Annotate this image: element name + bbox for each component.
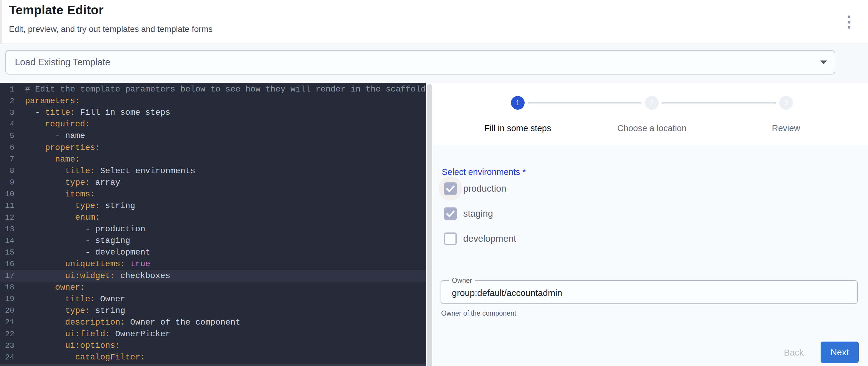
line-code[interactable]: type: string — [14, 306, 125, 315]
checkbox-label[interactable]: development — [463, 233, 516, 244]
step-connector — [662, 102, 776, 103]
step-connector — [528, 102, 642, 103]
editor-line[interactable]: 19 title: Owner — [0, 293, 426, 305]
line-code[interactable]: - name — [14, 131, 85, 141]
line-code[interactable]: ui:options: — [14, 341, 120, 350]
editor-line[interactable]: 1# Edit the template parameters below to… — [0, 84, 426, 95]
editor-line[interactable]: 2parameters: — [0, 95, 426, 107]
environment-checkbox-row[interactable]: staging — [433, 201, 642, 226]
line-code[interactable]: type: string — [14, 201, 135, 210]
line-code[interactable]: title: Owner — [14, 295, 125, 304]
line-code[interactable]: name: — [14, 155, 80, 164]
editor-line[interactable]: 11 type: string — [0, 200, 426, 212]
editor-line[interactable]: 9 type: array — [0, 177, 426, 188]
line-number: 2 — [0, 97, 14, 105]
editor-line[interactable]: 21 description: Owner of the component — [0, 316, 426, 328]
stepper: 1Fill in some steps2Choose a location3Re… — [433, 83, 868, 146]
line-number: 12 — [0, 213, 14, 222]
line-number: 16 — [0, 260, 14, 269]
line-code[interactable]: owner: — [14, 283, 85, 292]
line-number: 5 — [0, 131, 14, 141]
line-number: 3 — [0, 108, 14, 117]
checkbox-checked[interactable] — [444, 208, 457, 220]
step-label: Review — [733, 123, 840, 133]
line-number: 8 — [0, 166, 14, 175]
line-code[interactable]: catalogFilter: — [14, 353, 145, 362]
back-button[interactable]: Back — [774, 341, 813, 363]
line-number: 9 — [0, 178, 14, 187]
line-number: 4 — [0, 120, 14, 129]
line-code[interactable]: title: Select environments — [14, 166, 195, 176]
line-number: 6 — [0, 143, 14, 152]
panel-scrollbar[interactable] — [427, 84, 432, 366]
editor-line[interactable]: 6 properties: — [0, 142, 426, 153]
editor-line[interactable]: 14 - staging — [0, 235, 426, 246]
editor-line[interactable]: 23 ui:options: — [0, 340, 426, 352]
editor-line[interactable]: 16 uniqueItems: true — [0, 258, 426, 270]
window-edge-scrollbar — [0, 0, 2, 43]
line-code[interactable]: items: — [14, 189, 95, 199]
editor-horizontal-scrollbar[interactable] — [0, 364, 426, 366]
load-template-placeholder: Load Existing Template — [15, 57, 110, 68]
line-number: 1 — [0, 85, 14, 94]
line-number: 23 — [0, 341, 14, 350]
line-code[interactable]: type: array — [14, 178, 120, 187]
editor-line[interactable]: 8 title: Select environments — [0, 165, 426, 177]
line-code[interactable]: required: — [14, 120, 90, 129]
editor-line[interactable]: 12 enum: — [0, 212, 426, 223]
line-number: 15 — [0, 248, 14, 257]
editor-line[interactable]: 4 required: — [0, 118, 426, 130]
editor-line[interactable]: 17 ui:widget: checkboxes — [0, 270, 426, 282]
line-number: 17 — [0, 271, 14, 280]
page-subtitle: Edit, preview, and try out templates and… — [9, 25, 213, 34]
page-title: Template Editor — [9, 3, 103, 17]
line-code[interactable]: - staging — [14, 236, 130, 245]
line-code[interactable]: # Edit the template parameters below to … — [14, 85, 426, 94]
more-options-icon[interactable] — [845, 15, 853, 29]
line-code[interactable]: - development — [14, 248, 150, 257]
editor-line[interactable]: 22 ui:field: OwnerPicker — [0, 328, 426, 340]
line-code[interactable]: parameters: — [14, 96, 80, 105]
line-code[interactable]: properties: — [14, 143, 100, 152]
template-preview-panel: 1Fill in some steps2Choose a location3Re… — [433, 83, 868, 366]
editor-line[interactable]: 10 items: — [0, 188, 426, 200]
environment-checkbox-row[interactable]: development — [433, 226, 642, 251]
next-button[interactable]: Next — [820, 341, 859, 363]
chevron-down-icon — [820, 61, 827, 64]
editor-line[interactable]: 18 owner: — [0, 282, 426, 293]
checkbox-label[interactable]: production — [463, 183, 506, 194]
editor-line[interactable]: 15 - development — [0, 246, 426, 258]
editor-line[interactable]: 24 catalogFilter: — [0, 352, 426, 363]
step-label: Fill in some steps — [464, 123, 571, 133]
line-code[interactable]: description: Owner of the component — [14, 318, 241, 327]
code-editor[interactable]: 1# Edit the template parameters below to… — [0, 83, 426, 366]
line-code[interactable]: - production — [14, 224, 145, 234]
line-code[interactable]: - title: Fill in some steps — [14, 108, 170, 117]
owner-field-label: Owner — [449, 277, 475, 284]
checkbox-unchecked[interactable] — [444, 233, 457, 245]
step-label: Choose a location — [598, 123, 706, 133]
page-header: Template Editor Edit, preview, and try o… — [0, 0, 868, 43]
line-code[interactable]: uniqueItems: true — [14, 259, 150, 269]
line-number: 13 — [0, 225, 14, 234]
line-code[interactable]: ui:field: OwnerPicker — [14, 329, 170, 339]
template-form: Select environments * productionstagingd… — [433, 146, 868, 366]
checkbox-label[interactable]: staging — [463, 208, 493, 219]
line-code[interactable]: enum: — [14, 213, 100, 222]
environment-checkbox-row[interactable]: production — [433, 176, 642, 201]
editor-line[interactable]: 5 - name — [0, 130, 426, 142]
editor-line[interactable]: 20 type: string — [0, 305, 426, 316]
editor-line[interactable]: 3 - title: Fill in some steps — [0, 107, 426, 118]
line-number: 7 — [0, 155, 14, 164]
owner-helper-text: Owner of the component — [441, 309, 516, 317]
step-circle[interactable]: 1 — [511, 96, 525, 110]
editor-line[interactable]: 7 name: — [0, 153, 426, 165]
step-circle[interactable]: 2 — [645, 96, 659, 110]
line-code[interactable]: ui:widget: checkboxes — [14, 271, 170, 280]
step-circle[interactable]: 3 — [779, 96, 793, 110]
checkbox-checked[interactable] — [444, 182, 457, 195]
editor-line[interactable]: 13 - production — [0, 223, 426, 235]
load-template-section: Load Existing Template — [0, 43, 868, 83]
owner-input[interactable]: group:default/accountadmin — [452, 288, 562, 298]
load-existing-template-select[interactable]: Load Existing Template — [5, 50, 835, 74]
